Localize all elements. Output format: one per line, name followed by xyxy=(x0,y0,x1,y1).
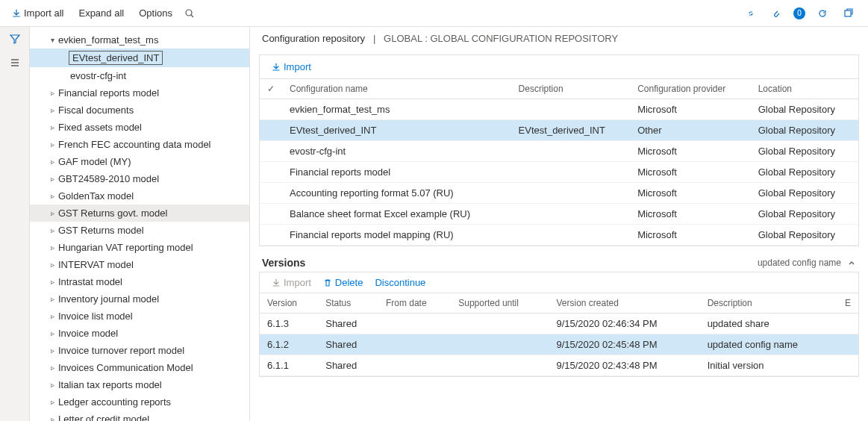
tree-expander-icon[interactable]: ▹ xyxy=(48,140,57,149)
tree-item[interactable]: evostr-cfg-int xyxy=(30,67,249,84)
col-version-description[interactable]: Description xyxy=(700,293,837,314)
tree-expander-icon[interactable]: ▹ xyxy=(48,398,57,406)
tree-item[interactable]: ▹Inventory journal model xyxy=(30,290,249,308)
tree-item[interactable]: ▹Letter of credit model xyxy=(30,411,249,421)
col-supported-until[interactable]: Supported until xyxy=(451,293,549,314)
col-check[interactable]: ✓ xyxy=(260,79,282,99)
tree-item[interactable]: ▹Intrastat model xyxy=(30,273,249,290)
cell-name: Financial reports model xyxy=(282,162,511,183)
import-all-button[interactable]: Import all xyxy=(6,4,69,22)
cell-name: Accounting reporting format 5.07 (RU) xyxy=(282,183,511,204)
tree-item-label: evkien_format_test_ms xyxy=(57,34,160,46)
cell-check xyxy=(260,204,282,225)
versions-delete-button[interactable]: Delete xyxy=(319,275,368,290)
table-row[interactable]: Financial reports modelMicrosoftGlobal R… xyxy=(260,162,858,183)
col-from-date[interactable]: From date xyxy=(378,293,451,314)
tree-item[interactable]: ▹Ledger accounting reports xyxy=(30,393,249,411)
tree-item-label: GST Returns govt. model xyxy=(57,207,169,219)
cell-provider: Microsoft xyxy=(630,225,751,246)
tree-expander-icon[interactable]: ▹ xyxy=(48,243,57,252)
search-button[interactable] xyxy=(181,5,198,22)
tree-item[interactable]: ▾evkien_format_test_ms xyxy=(30,31,249,49)
tree-expander-icon[interactable]: ▹ xyxy=(48,278,57,286)
versions-discontinue-button[interactable]: Discontinue xyxy=(370,275,430,290)
tree-expander-icon[interactable]: ▹ xyxy=(48,106,57,114)
expand-all-button[interactable]: Expand all xyxy=(72,4,130,22)
tree-item[interactable]: ▹Italian tax reports model xyxy=(30,376,249,393)
cell-location: Global Repository xyxy=(751,162,858,183)
tree-expander-icon[interactable]: ▹ xyxy=(48,158,57,166)
attachment-button[interactable] xyxy=(768,5,784,22)
table-row[interactable]: Balance sheet format Excel example (RU)M… xyxy=(260,204,858,225)
tree-item[interactable]: ▹Invoice turnover report model xyxy=(30,342,249,359)
tree-expander-icon[interactable]: ▹ xyxy=(48,329,57,337)
refresh-button[interactable] xyxy=(814,5,831,22)
notification-badge[interactable]: 0 xyxy=(793,7,805,19)
cell-name: EVtest_derived_INT xyxy=(282,120,511,141)
app-toolbar: Import all Expand all Options 0 xyxy=(0,0,868,27)
col-name[interactable]: Configuration name xyxy=(282,79,511,99)
tree-expander-icon[interactable]: ▹ xyxy=(48,89,57,97)
table-row[interactable]: EVtest_derived_INTEVtest_derived_INTOthe… xyxy=(260,120,858,141)
versions-import-label: Import xyxy=(284,277,311,288)
col-extra[interactable]: E xyxy=(837,293,858,314)
tree-expander-icon[interactable]: ▾ xyxy=(48,36,57,44)
tree-item[interactable]: ▹GST Returns model xyxy=(30,222,249,239)
list-button[interactable] xyxy=(9,57,21,69)
tree-item[interactable]: ▹Fiscal documents xyxy=(30,102,249,119)
cell-check xyxy=(260,99,282,120)
main-area: ▾evkien_format_test_msEVtest_derived_INT… xyxy=(0,27,868,421)
table-row[interactable]: 6.1.2Shared9/15/2020 02:45:48 PMupdated … xyxy=(260,334,858,355)
table-row[interactable]: 6.1.3Shared9/15/2020 02:46:34 PMupdated … xyxy=(260,314,858,334)
tree-item[interactable]: ▹French FEC accounting data model xyxy=(30,136,249,153)
table-row[interactable]: evostr-cfg-intMicrosoftGlobal Repository xyxy=(260,141,858,162)
collapse-button[interactable] xyxy=(847,258,856,267)
import-button[interactable]: Import xyxy=(267,60,316,74)
col-version-created[interactable]: Version created xyxy=(549,293,699,314)
tree-expander-icon[interactable]: ▹ xyxy=(48,261,57,269)
tree-item[interactable]: ▹GoldenTax model xyxy=(30,187,249,205)
table-row[interactable]: evkien_format_test_msMicrosoftGlobal Rep… xyxy=(260,99,858,120)
tree-item[interactable]: ▹GAF model (MY) xyxy=(30,153,249,170)
filter-button[interactable] xyxy=(9,33,21,45)
table-row[interactable]: Accounting reporting format 5.07 (RU)Mic… xyxy=(260,183,858,204)
tree-item[interactable]: ▹GST Returns govt. model xyxy=(30,205,249,222)
versions-import-button[interactable]: Import xyxy=(267,275,316,290)
tree-item[interactable]: ▹GBT24589-2010 model xyxy=(30,170,249,187)
col-location[interactable]: Location xyxy=(751,79,858,99)
table-row[interactable]: Financial reports model mapping (RU)Micr… xyxy=(260,225,858,246)
tree-item[interactable]: EVtest_derived_INT xyxy=(30,49,249,67)
tree-item[interactable]: ▹Financial reports model xyxy=(30,84,249,102)
options-button[interactable]: Options xyxy=(133,4,178,22)
tree-expander-icon[interactable]: ▹ xyxy=(48,346,57,355)
tree-item[interactable]: ▹Invoice list model xyxy=(30,308,249,325)
tree-expander-icon[interactable]: ▹ xyxy=(48,312,57,320)
link-icon-button[interactable] xyxy=(743,5,759,22)
col-provider[interactable]: Configuration provider xyxy=(630,79,751,99)
tree-item[interactable]: ▹Hungarian VAT reporting model xyxy=(30,239,249,256)
tree-item[interactable]: ▹INTERVAT model xyxy=(30,256,249,273)
col-status[interactable]: Status xyxy=(318,293,378,314)
tree-item[interactable]: ▹Fixed assets model xyxy=(30,119,249,136)
col-version[interactable]: Version xyxy=(260,293,318,314)
tree-pane: ▾evkien_format_test_msEVtest_derived_INT… xyxy=(30,27,250,421)
versions-scroll[interactable]: Version Status From date Supported until… xyxy=(260,293,858,376)
col-description[interactable]: Description xyxy=(511,79,631,99)
tree-expander-icon[interactable]: ▹ xyxy=(48,123,57,131)
tree-expander-icon[interactable]: ▹ xyxy=(48,381,57,389)
tree-expander-icon[interactable]: ▹ xyxy=(48,364,57,372)
tree-expander-icon[interactable]: ▹ xyxy=(48,295,57,303)
cell-version: 6.1.2 xyxy=(260,334,318,355)
tree-item[interactable]: ▹Invoice model xyxy=(30,325,249,342)
versions-card: Import Delete Discontinue Version Status xyxy=(259,272,859,377)
tree-expander-icon[interactable]: ▹ xyxy=(48,192,57,200)
tree-item-label: GAF model (MY) xyxy=(57,155,133,168)
table-row[interactable]: 6.1.1Shared9/15/2020 02:43:48 PMInitial … xyxy=(260,355,858,376)
tree-expander-icon[interactable]: ▹ xyxy=(48,209,57,217)
tree-expander-icon[interactable]: ▹ xyxy=(48,175,57,183)
tree-item[interactable]: ▹Invoices Communication Model xyxy=(30,359,249,376)
tree-expander-icon[interactable]: ▹ xyxy=(48,226,57,234)
popout-button[interactable] xyxy=(840,5,856,22)
cell-provider: Other xyxy=(630,120,751,141)
tree-expander-icon[interactable]: ▹ xyxy=(48,415,57,421)
